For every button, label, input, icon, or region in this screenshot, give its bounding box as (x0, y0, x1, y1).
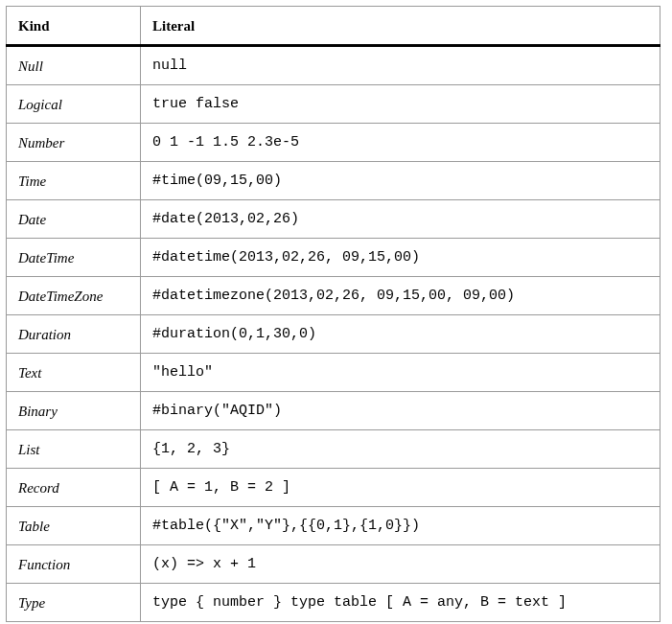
table-row: Date #date(2013,02,26) (7, 200, 660, 239)
cell-literal: type { number } type table [ A = any, B … (141, 584, 660, 622)
cell-literal: #duration(0,1,30,0) (141, 315, 660, 354)
cell-literal: #date(2013,02,26) (141, 200, 660, 239)
cell-literal: #datetime(2013,02,26, 09,15,00) (141, 239, 660, 277)
cell-kind: Table (7, 507, 141, 545)
table-row: Logical true false (7, 85, 660, 124)
cell-kind: Number (7, 124, 141, 162)
cell-literal: 0 1 -1 1.5 2.3e-5 (141, 124, 660, 162)
table-row: Type type { number } type table [ A = an… (7, 584, 660, 622)
cell-literal: null (141, 46, 660, 85)
table-header-row: Kind Literal (7, 7, 660, 46)
cell-literal: #time(09,15,00) (141, 162, 660, 200)
table-row: Table #table({"X","Y"},{{0,1},{1,0}}) (7, 507, 660, 545)
cell-literal: [ A = 1, B = 2 ] (141, 469, 660, 507)
table-row: Text "hello" (7, 354, 660, 392)
table-row: Function (x) => x + 1 (7, 545, 660, 584)
cell-kind: Duration (7, 315, 141, 354)
cell-kind: Null (7, 46, 141, 85)
table-row: Null null (7, 46, 660, 85)
header-kind: Kind (7, 7, 141, 46)
cell-kind: Time (7, 162, 141, 200)
cell-literal: {1, 2, 3} (141, 430, 660, 469)
cell-literal: true false (141, 85, 660, 124)
cell-kind: Text (7, 354, 141, 392)
cell-literal: "hello" (141, 354, 660, 392)
cell-kind: Logical (7, 85, 141, 124)
cell-kind: Type (7, 584, 141, 622)
cell-kind: Date (7, 200, 141, 239)
cell-kind: DateTime (7, 239, 141, 277)
table-row: Number 0 1 -1 1.5 2.3e-5 (7, 124, 660, 162)
cell-kind: Function (7, 545, 141, 584)
cell-literal: #table({"X","Y"},{{0,1},{1,0}}) (141, 507, 660, 545)
header-literal: Literal (141, 7, 660, 46)
table-row: Duration #duration(0,1,30,0) (7, 315, 660, 354)
cell-kind: Record (7, 469, 141, 507)
kinds-table: Kind Literal Null null Logical true fals… (6, 6, 660, 622)
page: Kind Literal Null null Logical true fals… (0, 0, 672, 624)
cell-literal: (x) => x + 1 (141, 545, 660, 584)
cell-kind: DateTimeZone (7, 277, 141, 315)
table-row: List {1, 2, 3} (7, 430, 660, 469)
table-row: Record [ A = 1, B = 2 ] (7, 469, 660, 507)
cell-literal: #datetimezone(2013,02,26, 09,15,00, 09,0… (141, 277, 660, 315)
table-row: Binary #binary("AQID") (7, 392, 660, 430)
cell-kind: Binary (7, 392, 141, 430)
cell-literal: #binary("AQID") (141, 392, 660, 430)
cell-kind: List (7, 430, 141, 469)
table-row: DateTime #datetime(2013,02,26, 09,15,00) (7, 239, 660, 277)
table-row: DateTimeZone #datetimezone(2013,02,26, 0… (7, 277, 660, 315)
table-row: Time #time(09,15,00) (7, 162, 660, 200)
